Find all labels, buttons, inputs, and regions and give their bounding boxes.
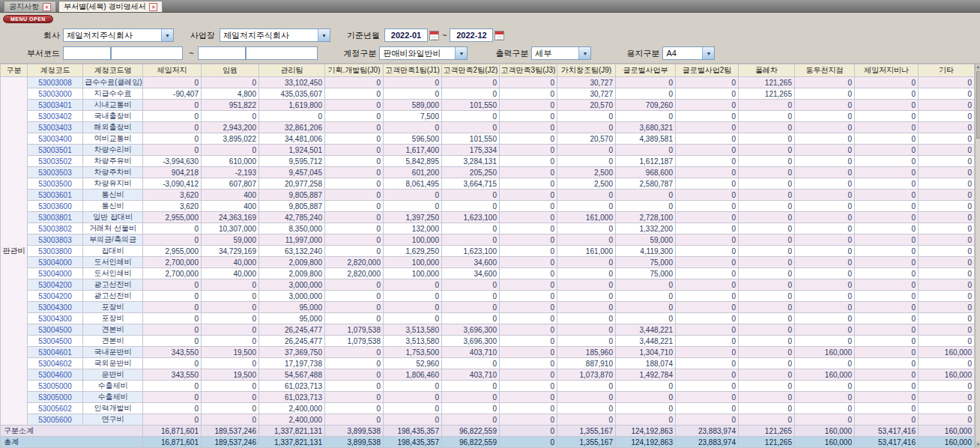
amount-cell[interactable]: 0 bbox=[855, 223, 919, 234]
amount-cell[interactable]: 0 bbox=[325, 133, 384, 145]
amount-cell[interactable]: 0 bbox=[795, 279, 855, 291]
site-select[interactable]: 제일저지주식회사 ▼ bbox=[220, 28, 330, 42]
account-select[interactable]: 판매비와일반비 ▼ bbox=[379, 46, 468, 60]
amount-cell[interactable]: 0 bbox=[500, 302, 557, 313]
amount-cell[interactable]: 34,481,006 bbox=[259, 133, 325, 145]
amount-cell[interactable]: 132,000 bbox=[384, 223, 442, 234]
amount-cell[interactable]: 54,567,488 bbox=[259, 369, 325, 381]
amount-cell[interactable]: 0 bbox=[616, 381, 676, 392]
amount-cell[interactable]: 8,350,000 bbox=[259, 223, 325, 234]
amount-cell[interactable]: 0 bbox=[676, 403, 739, 414]
amount-cell[interactable]: 2,009,800 bbox=[259, 257, 325, 268]
amount-cell[interactable]: 0 bbox=[616, 279, 676, 291]
amount-cell[interactable]: 101,550 bbox=[442, 100, 500, 111]
amount-cell[interactable]: 0 bbox=[795, 336, 855, 347]
amount-cell[interactable]: 0 bbox=[202, 77, 259, 88]
amount-cell[interactable]: 0 bbox=[795, 414, 855, 426]
amount-cell[interactable]: 0 bbox=[500, 122, 557, 133]
amount-cell[interactable]: 0 bbox=[795, 145, 855, 156]
amount-cell[interactable]: 121,265 bbox=[739, 77, 795, 88]
account-name-cell[interactable]: 견본비 bbox=[83, 324, 143, 336]
amount-cell[interactable]: 2,728,100 bbox=[616, 212, 676, 223]
amount-cell[interactable]: 0 bbox=[739, 122, 795, 133]
amount-cell[interactable]: 0 bbox=[557, 234, 616, 246]
amount-cell[interactable]: 8,061,495 bbox=[384, 178, 442, 190]
amount-cell[interactable]: 0 bbox=[855, 369, 919, 381]
amount-cell[interactable]: 0 bbox=[739, 291, 795, 302]
amount-cell[interactable]: 0 bbox=[676, 156, 739, 167]
account-code-cell[interactable]: 53003800 bbox=[28, 246, 83, 257]
amount-cell[interactable]: 0 bbox=[739, 369, 795, 381]
amount-cell[interactable]: 0 bbox=[676, 77, 739, 88]
amount-cell[interactable]: 0 bbox=[919, 403, 975, 414]
amount-cell[interactable]: 0 bbox=[325, 414, 384, 426]
account-name-cell[interactable]: 지급수수료 bbox=[83, 88, 143, 100]
amount-cell[interactable]: 0 bbox=[442, 223, 500, 234]
account-name-cell[interactable]: 거래처 선물비 bbox=[83, 223, 143, 234]
account-code-cell[interactable]: 53004200 bbox=[28, 291, 83, 302]
amount-cell[interactable]: 0 bbox=[855, 403, 919, 414]
calendar-icon[interactable] bbox=[494, 31, 504, 40]
amount-cell[interactable]: 403,710 bbox=[442, 347, 500, 358]
amount-cell[interactable]: 0 bbox=[616, 88, 676, 100]
account-code-cell[interactable]: 53004300 bbox=[28, 302, 83, 313]
amount-cell[interactable]: 0 bbox=[676, 381, 739, 392]
amount-cell[interactable]: 0 bbox=[384, 403, 442, 414]
amount-cell[interactable]: 0 bbox=[795, 88, 855, 100]
amount-cell[interactable]: 1,623,100 bbox=[442, 212, 500, 223]
amount-cell[interactable]: 0 bbox=[919, 133, 975, 145]
amount-cell[interactable]: 2,500 bbox=[557, 167, 616, 178]
amount-cell[interactable]: 0 bbox=[676, 313, 739, 324]
account-code-cell[interactable]: 53003000 bbox=[28, 88, 83, 100]
amount-cell[interactable]: 0 bbox=[500, 324, 557, 336]
column-header[interactable]: 고객만족3팀(J3) bbox=[500, 64, 557, 77]
amount-cell[interactable]: 3,664,715 bbox=[442, 178, 500, 190]
amount-cell[interactable]: 0 bbox=[557, 111, 616, 122]
amount-cell[interactable]: 0 bbox=[557, 156, 616, 167]
table-row[interactable]: 53005602인력개발비002,400,00000000000000 bbox=[1, 403, 975, 414]
amount-cell[interactable]: 0 bbox=[557, 414, 616, 426]
account-name-cell[interactable]: 수출제비 bbox=[83, 381, 143, 392]
amount-cell[interactable]: 63,132,240 bbox=[259, 246, 325, 257]
amount-cell[interactable]: 0 bbox=[855, 336, 919, 347]
amount-cell[interactable]: 100,000 bbox=[384, 268, 442, 279]
account-name-cell[interactable]: 운반비 bbox=[83, 369, 143, 381]
amount-cell[interactable]: 0 bbox=[855, 279, 919, 291]
amount-cell[interactable]: 0 bbox=[919, 145, 975, 156]
vertical-scrollbar[interactable]: ▲ ▼ bbox=[975, 64, 980, 448]
amount-cell[interactable]: 0 bbox=[325, 145, 384, 156]
amount-cell[interactable]: 0 bbox=[442, 279, 500, 291]
account-code-cell[interactable]: 53003500 bbox=[28, 178, 83, 190]
amount-cell[interactable]: 0 bbox=[795, 392, 855, 403]
amount-cell[interactable]: 0 bbox=[557, 279, 616, 291]
amount-cell[interactable]: 0 bbox=[919, 167, 975, 178]
amount-cell[interactable]: 0 bbox=[442, 313, 500, 324]
account-name-cell[interactable]: 부의금/축의금 bbox=[83, 234, 143, 246]
amount-cell[interactable]: 2,955,000 bbox=[143, 246, 202, 257]
amount-cell[interactable]: 0 bbox=[739, 414, 795, 426]
amount-cell[interactable]: 100,000 bbox=[384, 234, 442, 246]
amount-cell[interactable]: 0 bbox=[855, 257, 919, 268]
amount-cell[interactable]: 4,389,581 bbox=[616, 133, 676, 145]
account-code-cell[interactable]: 53004500 bbox=[28, 336, 83, 347]
amount-cell[interactable]: 0 bbox=[143, 336, 202, 347]
amount-cell[interactable]: 403,710 bbox=[442, 369, 500, 381]
amount-cell[interactable]: 0 bbox=[500, 291, 557, 302]
amount-cell[interactable]: 0 bbox=[557, 201, 616, 212]
tab-notice[interactable]: 공지사항 ✕ bbox=[4, 1, 56, 12]
amount-cell[interactable]: 0 bbox=[325, 369, 384, 381]
amount-cell[interactable]: 0 bbox=[325, 212, 384, 223]
column-header[interactable]: 글로벌사업부 bbox=[616, 64, 676, 77]
column-header[interactable]: 제일저지 bbox=[143, 64, 202, 77]
amount-cell[interactable]: 968,600 bbox=[616, 167, 676, 178]
account-name-cell[interactable]: 접대비 bbox=[83, 246, 143, 257]
amount-cell[interactable]: 75,000 bbox=[616, 268, 676, 279]
account-name-cell[interactable]: 차량유지비 bbox=[83, 178, 143, 190]
amount-cell[interactable]: 0 bbox=[855, 167, 919, 178]
column-header[interactable]: 고객만족2팀(J2) bbox=[442, 64, 500, 77]
amount-cell[interactable]: 0 bbox=[676, 223, 739, 234]
amount-cell[interactable]: 2,700,000 bbox=[143, 268, 202, 279]
table-row[interactable]: 53005000수출제비0061,023,71300000000000 bbox=[1, 381, 975, 392]
amount-cell[interactable]: 0 bbox=[676, 234, 739, 246]
amount-cell[interactable]: 59,000 bbox=[616, 234, 676, 246]
